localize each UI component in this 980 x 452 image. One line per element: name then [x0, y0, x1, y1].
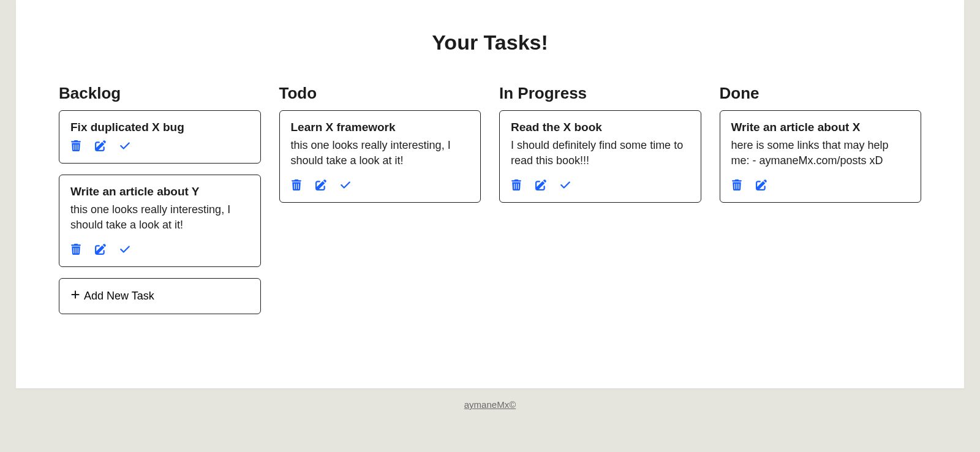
task-description: this one looks really interesting, I sho…	[291, 138, 470, 168]
column-title: Todo	[279, 84, 481, 103]
edit-button[interactable]	[95, 140, 106, 153]
delete-button[interactable]	[70, 244, 81, 257]
delete-button[interactable]	[731, 179, 742, 192]
task-title: Write an article about X	[731, 121, 910, 134]
task-description: I should definitely find some time to re…	[511, 138, 690, 168]
trash-icon	[511, 179, 522, 192]
trash-icon	[291, 179, 302, 192]
delete-button[interactable]	[70, 140, 81, 153]
check-icon	[560, 179, 571, 192]
task-description: this one looks really interesting, I sho…	[70, 202, 249, 233]
column-title: Backlog	[59, 84, 261, 103]
complete-button[interactable]	[560, 179, 571, 192]
kanban-board: Backlog Fix duplicated X bug	[59, 84, 921, 314]
plus-icon	[70, 290, 80, 303]
footer-link[interactable]: aymaneMx©	[464, 399, 516, 410]
task-actions	[70, 244, 249, 257]
task-card[interactable]: Learn X framework this one looks really …	[279, 110, 481, 203]
check-icon	[340, 179, 351, 192]
edit-button[interactable]	[756, 179, 767, 192]
edit-icon	[756, 179, 767, 192]
edit-icon	[315, 179, 326, 192]
add-task-label: Add New Task	[84, 290, 154, 303]
check-icon	[119, 244, 130, 257]
task-actions	[511, 179, 690, 192]
trash-icon	[70, 140, 81, 153]
complete-button[interactable]	[119, 140, 130, 153]
footer: aymaneMx©	[0, 388, 980, 421]
edit-button[interactable]	[315, 179, 326, 192]
edit-icon	[95, 140, 106, 153]
task-actions	[291, 179, 470, 192]
trash-icon	[731, 179, 742, 192]
complete-button[interactable]	[340, 179, 351, 192]
check-icon	[119, 140, 130, 153]
edit-button[interactable]	[535, 179, 546, 192]
task-title: Write an article about Y	[70, 185, 249, 198]
page-title: Your Tasks!	[59, 31, 921, 55]
task-card[interactable]: Fix duplicated X bug	[59, 110, 261, 164]
task-card[interactable]: Write an article about X here is some li…	[720, 110, 922, 203]
trash-icon	[70, 244, 81, 257]
edit-icon	[535, 179, 546, 192]
add-task-button[interactable]: Add New Task	[59, 278, 261, 314]
task-actions	[70, 140, 249, 153]
column-title: In Progress	[499, 84, 701, 103]
task-actions	[731, 179, 910, 192]
column-title: Done	[720, 84, 922, 103]
delete-button[interactable]	[511, 179, 522, 192]
task-title: Fix duplicated X bug	[70, 121, 249, 134]
task-card[interactable]: Write an article about Y this one looks …	[59, 175, 261, 267]
task-title: Read the X book	[511, 121, 690, 134]
delete-button[interactable]	[291, 179, 302, 192]
column-todo: Todo Learn X framework this one looks re…	[279, 84, 481, 314]
complete-button[interactable]	[119, 244, 130, 257]
task-description: here is some links that may help me: - a…	[731, 138, 910, 168]
task-card[interactable]: Read the X book I should definitely find…	[499, 110, 701, 203]
main-panel: Your Tasks! Backlog Fix duplicated X bug	[16, 0, 964, 388]
edit-icon	[95, 244, 106, 257]
column-in-progress: In Progress Read the X book I should def…	[499, 84, 701, 314]
column-backlog: Backlog Fix duplicated X bug	[59, 84, 261, 314]
edit-button[interactable]	[95, 244, 106, 257]
column-done: Done Write an article about X here is so…	[720, 84, 922, 314]
task-title: Learn X framework	[291, 121, 470, 134]
